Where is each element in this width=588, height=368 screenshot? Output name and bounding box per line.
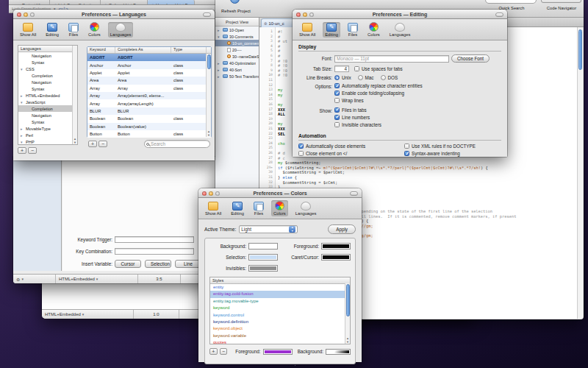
sidebar-item-completion[interactable]: Completion xyxy=(18,72,77,79)
key-combination-input[interactable] xyxy=(115,248,194,255)
zoom-button[interactable] xyxy=(215,191,220,196)
disclosure-triangle[interactable]: ▸ xyxy=(218,74,221,79)
toolbar-item-languages[interactable]: Languages xyxy=(293,201,319,216)
titlebar[interactable]: Preferences — Editing xyxy=(293,10,507,19)
titlebar[interactable]: Preferences — Languages xyxy=(13,10,215,19)
languages-list-header[interactable]: Languages xyxy=(18,46,77,52)
checkbox-row-automatically-replace-character-entities[interactable]: Automatically replace character entities xyxy=(334,83,423,88)
disclosure-triangle[interactable]: ▸ xyxy=(21,93,24,98)
gear-menu[interactable]: ⚙ ▾ xyxy=(13,275,56,283)
zoom-button[interactable] xyxy=(309,13,314,17)
close-button[interactable] xyxy=(296,13,301,17)
tree-item-30-namedatestr[interactable]: 30--nameDateStr xyxy=(215,53,259,60)
tree-item-10-open[interactable]: ▸10-Open xyxy=(215,26,259,33)
disclosure-triangle[interactable]: ▾ xyxy=(21,140,24,144)
checkbox[interactable] xyxy=(334,98,340,103)
color-well[interactable] xyxy=(321,243,351,250)
add-language-button[interactable]: + xyxy=(18,147,26,154)
disclosure-triangle[interactable]: ▾ xyxy=(21,100,24,105)
sidebar-item-navigation[interactable]: Navigation xyxy=(18,52,77,59)
style-row-entity-tag-cold-fusion[interactable]: entity.tag.cold-fusion xyxy=(210,291,350,297)
quick-search-input[interactable] xyxy=(485,0,537,4)
insert-variable-button-line[interactable]: Line xyxy=(175,260,201,268)
close-button[interactable] xyxy=(202,191,207,196)
sidebar-item-syntax[interactable]: Syntax xyxy=(18,85,77,92)
checkbox[interactable] xyxy=(334,91,340,96)
toolbar-item-languages[interactable]: Languages xyxy=(387,22,413,38)
add-keyword-button[interactable]: + xyxy=(88,141,97,147)
radio-mac[interactable]: Mac xyxy=(358,75,374,80)
scroll-arrows[interactable]: ▲▼ xyxy=(207,130,211,137)
checkbox-row-automatically-close-elements[interactable]: Automatically close elements xyxy=(298,144,401,149)
scrollbar-thumb[interactable] xyxy=(207,54,212,69)
checkbox[interactable] xyxy=(404,151,409,156)
sidebar-item-navigation[interactable]: Navigation xyxy=(18,112,77,118)
toolbar-item-editing[interactable]: Editing xyxy=(43,22,61,38)
sidebar-item-completion[interactable]: Completion xyxy=(18,105,77,112)
sidebar-item-syntax[interactable]: Syntax xyxy=(18,118,77,125)
close-button[interactable] xyxy=(17,13,21,17)
radio-button[interactable] xyxy=(334,75,340,80)
style-row-keyword-object[interactable]: keyword.object xyxy=(210,325,350,332)
checkbox-row-line-numbers[interactable]: Line numbers xyxy=(334,115,381,120)
toolbar-toggle-button[interactable] xyxy=(350,191,358,196)
language-popup[interactable]: HTML+Embedded ▾ xyxy=(56,275,138,283)
toolbar-item-show-all[interactable]: Show All xyxy=(18,22,38,38)
tree-item-10-un-comment[interactable]: 10-un_comment xyxy=(215,40,259,46)
table-row[interactable]: ArrayArray(element0, eleme... xyxy=(87,92,211,99)
toolbar-item-show-all[interactable]: Show All xyxy=(203,201,223,216)
table-row[interactable]: ABORTABORT xyxy=(87,54,211,61)
table-row[interactable]: BooleanBoolean(value) xyxy=(87,123,211,130)
minimize-button[interactable] xyxy=(209,191,213,196)
style-background-well[interactable] xyxy=(326,349,351,355)
table-row[interactable]: AreaAreaclass xyxy=(87,77,211,84)
column-header-completes-as[interactable]: Completes As xyxy=(115,47,171,53)
radio-button[interactable] xyxy=(381,75,386,80)
tab-size-field[interactable]: 4 xyxy=(334,66,349,72)
checkbox[interactable] xyxy=(334,115,340,120)
table-row[interactable]: ButtonButtonclass xyxy=(87,130,211,138)
favorites-tab[interactable]: ⊙Unordered List F... xyxy=(148,0,196,5)
keyword-search-field[interactable]: Search xyxy=(144,140,210,148)
choose-font-button[interactable]: Choose Font xyxy=(451,54,490,63)
styles-list-header[interactable]: Styles xyxy=(210,277,350,284)
radio-dos[interactable]: DOS xyxy=(381,75,398,80)
tree-item-20-[interactable]: 20---- xyxy=(215,46,259,53)
style-row-quotes[interactable]: quotes xyxy=(210,339,350,344)
snippet-list-panel[interactable] xyxy=(13,160,62,271)
remove-language-button[interactable]: − xyxy=(28,147,37,154)
scroll-arrows[interactable]: ▲▼ xyxy=(345,337,350,344)
favorites-tab[interactable]: ⊙Link From Selection xyxy=(50,0,100,5)
checkbox[interactable] xyxy=(334,83,340,88)
disclosure-triangle[interactable]: ▸ xyxy=(21,133,24,138)
style-row-keyword[interactable]: keyword xyxy=(210,305,350,311)
toolbar-item-colors[interactable]: Colors xyxy=(271,200,288,216)
scrollbar-thumb[interactable] xyxy=(578,29,583,70)
checkbox-row-close-element-on-[interactable]: Close element on </ xyxy=(298,151,401,156)
scrollbar-thumb[interactable] xyxy=(346,284,351,316)
checkbox-row-syntax-aware-indenting[interactable]: Syntax-aware indenting xyxy=(404,151,501,156)
disclosure-triangle[interactable]: ▾ xyxy=(21,67,24,71)
refresh-project-icon[interactable] xyxy=(230,0,240,4)
table-row[interactable]: BooleanBooleanclass xyxy=(87,115,211,122)
sidebar-item-php[interactable]: ▾PHP xyxy=(18,138,77,145)
disclosure-triangle[interactable]: ▸ xyxy=(21,127,24,131)
toolbar-item-editing[interactable]: Editing xyxy=(323,22,340,38)
toolbar-item-colors[interactable]: Colors xyxy=(86,21,103,38)
style-foreground-well[interactable] xyxy=(263,349,293,355)
color-well[interactable] xyxy=(248,265,278,272)
add-style-button[interactable]: + xyxy=(209,348,218,355)
keyword-trigger-input[interactable] xyxy=(115,236,194,243)
disclosure-triangle[interactable]: ▸ xyxy=(218,28,221,32)
color-well[interactable] xyxy=(248,243,278,250)
toolbar-item-files[interactable]: Files xyxy=(251,201,266,216)
checkbox-row-wrap-lines[interactable]: Wrap lines xyxy=(334,98,423,103)
checkbox[interactable] xyxy=(334,107,340,113)
color-well[interactable] xyxy=(321,254,351,261)
style-row-keyword-definition[interactable]: keyword.definition xyxy=(210,319,350,325)
checkbox[interactable] xyxy=(298,144,304,149)
toolbar-item-languages[interactable]: Languages xyxy=(108,22,134,38)
toolbar-toggle-button[interactable] xyxy=(495,13,503,17)
style-row-keyword-variable[interactable]: keyword.variable xyxy=(210,333,350,339)
checkbox[interactable] xyxy=(298,151,304,156)
